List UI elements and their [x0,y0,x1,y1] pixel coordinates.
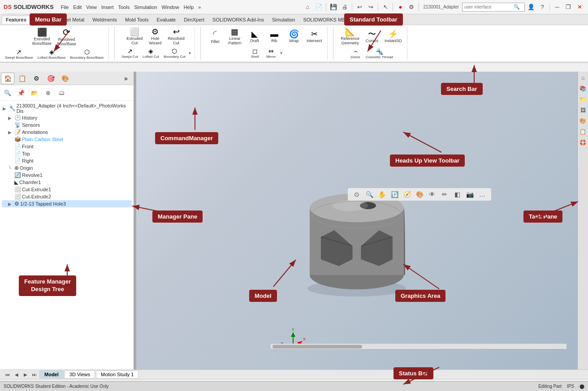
tp-view-palette[interactable]: 🖼 [579,106,588,115]
features-more[interactable]: ▾ [280,51,282,56]
tab-evaluate[interactable]: Evaluate [153,16,179,23]
print-btn[interactable]: 🖨 [340,2,350,12]
tab-3d-views[interactable]: 3D Views [65,370,95,378]
menu-help[interactable]: Help [184,4,194,10]
ft-top[interactable]: 📄 Top [2,150,132,157]
tp-solidworks-resources[interactable]: ⌂ [579,73,588,82]
intersect-btn[interactable]: ✂ Intersect [305,29,324,44]
tab-model[interactable]: Model [39,370,64,378]
rib-btn[interactable]: ▬ Rib [265,29,283,44]
hole-wizard-btn[interactable]: ⚙ HoleWizard [146,27,164,46]
linear-pattern-btn[interactable]: ▦ LinearPattern [226,27,244,46]
tab-mold-tools[interactable]: Mold Tools [121,16,152,23]
swept-cut-btn[interactable]: ↗ Swept Cut [120,47,139,59]
ft-material[interactable]: 📦 Plain Carbon Steel [2,136,132,143]
curves-btn[interactable]: 〜 Curves [363,29,381,44]
ft-cut-extrude1[interactable]: ⬜ Cut-Extrude1 [2,186,132,193]
hu-rotate[interactable]: 🔃 [389,189,400,200]
hu-zoom-in[interactable]: 🔍 [364,189,375,200]
instant3d-btn[interactable]: ⚡ Instant3D [383,29,404,44]
lofted-cut-btn[interactable]: ◈ Lofted Cut [141,47,160,59]
cut-more[interactable]: ▾ [189,51,191,56]
hu-camera[interactable]: 📷 [464,189,475,200]
redo-btn[interactable]: ↪ [366,2,376,12]
extruded-cut-btn[interactable]: ⬜ ExtrudedCut [125,27,144,46]
hu-section[interactable]: ◧ [452,189,463,200]
dome-btn[interactable]: ⌢ Dome [348,47,363,60]
ft-chamfer1[interactable]: ◣ Chamfer1 [2,179,132,186]
ft-root[interactable]: ▶ 🔧 2130001_Adapter (4 Inch<<Default>_Ph… [2,103,132,114]
ft-sensors[interactable]: 📡 Sensors [2,121,132,129]
bt-nav-next[interactable]: ▶ [22,370,30,378]
graphics-area[interactable]: ⊙ 🔍 ✋ 🔃 🧭 🎨 👁 ✏ ◧ 📷 … [136,72,577,370]
rebuild-btn[interactable]: ● [395,2,405,12]
target-btn[interactable]: ⊕ [42,87,54,99]
hu-pan[interactable]: ✋ [376,189,387,200]
swept-boss-btn[interactable]: ↗ Swept Boss/Base [4,48,35,60]
tp-design-library[interactable]: 📚 [579,84,588,93]
menu-edit[interactable]: Edit [73,4,82,10]
lofted-boss-btn[interactable]: ◈ Lofted Boss/Base [36,48,67,60]
ft-revolve1[interactable]: 🔄 Revolve1 [2,172,132,179]
hu-display-style[interactable]: 🎨 [414,189,425,200]
reference-geometry-btn[interactable]: 📐 ReferenceGeometry [339,27,361,46]
draft-btn[interactable]: ◣ Draft [246,29,264,44]
tab-sketch[interactable]: Sketch [31,16,54,23]
ft-annotations[interactable]: ▶ 📝 Annotations [2,129,132,136]
ft-history[interactable]: ▶ 🕐 History [2,114,132,121]
ft-front[interactable]: 📄 Front [2,143,132,150]
mgr-expand-btn[interactable]: » [119,73,133,84]
menu-insert[interactable]: Insert [101,4,114,10]
close-btn[interactable]: ✕ [575,2,584,12]
hu-edit[interactable]: ✏ [439,189,450,200]
tab-weldments[interactable]: Weldments [89,16,121,23]
select-btn[interactable]: ↖ [380,2,390,12]
menu-tools[interactable]: Tools [118,4,130,10]
ft-cut-extrude2[interactable]: ⬜ Cut-Extrude2 [2,193,132,200]
hu-zoom-fit[interactable]: ⊙ [351,189,362,200]
boundary-boss-btn[interactable]: ⬡ Boundary Boss/Base [69,48,105,60]
tab-dimxpert[interactable]: DimXpert [180,16,208,23]
hu-more[interactable]: … [477,189,488,200]
search-box[interactable]: 🔍 [462,3,525,12]
bt-nav-prev[interactable]: ◀ [13,370,21,378]
tab-motion-study[interactable]: Motion Study 1 [96,370,138,378]
tp-document-recovery[interactable]: 🛟 [579,138,588,147]
extruded-boss-btn[interactable]: ⬛ ExtrudedBoss/Base [30,27,53,47]
tab-analysis[interactable]: Analysis Preparation [353,16,406,23]
mirror-btn[interactable]: ⇔ Mirror [264,47,278,59]
revolved-cut-btn[interactable]: ↩ RevolvedCut [166,27,186,46]
undo-btn[interactable]: ↩ [355,2,364,12]
menu-window[interactable]: Window [162,4,179,10]
filter-btn[interactable]: 🔍 [2,87,13,99]
user-btn[interactable]: 👤 [526,2,536,12]
wrap-btn[interactable]: 🌀 Wrap [285,29,303,44]
mgr-tab-config[interactable]: ⚙ [30,73,43,84]
help-btn[interactable]: ? [537,2,547,12]
mgr-tab-dimxpert[interactable]: 🎯 [44,73,57,84]
minimize-btn[interactable]: ─ [552,2,562,12]
ft-right[interactable]: 📄 Right [2,157,132,164]
menu-file[interactable]: File [61,4,69,10]
shell-btn[interactable]: ◻ Shell [248,47,262,59]
cosmetic-thread-btn[interactable]: 🔩 Cosmetic Thread [364,47,394,60]
revolved-boss-btn[interactable]: ⟳ RevolvedBoss/Base [55,27,78,47]
mgr-tab-display[interactable]: 🎨 [58,73,72,84]
ft-tapped-hole[interactable]: ▶ ⚙ 1/2-13 Tapped Hole3 [2,200,132,207]
tab-sheet-metal[interactable]: Sheet Metal [55,16,88,23]
ft-origin[interactable]: └ ⊕ Origin [2,164,132,172]
scrollbar-thumb[interactable] [272,345,362,348]
tab-addins[interactable]: SOLIDWORKS Add-Ins [209,16,268,23]
tab-mbd[interactable]: SOLIDWORKS MBD [299,16,352,23]
tab-simulation[interactable]: Simulation [268,16,298,23]
menu-simulation[interactable]: Simulation [134,4,157,10]
scroll-to-btn[interactable]: 📌 [15,87,27,99]
mgr-tab-feature-tree[interactable]: 🏠 [1,73,14,84]
bt-nav-last[interactable]: ⏭ [30,370,39,378]
home-btn[interactable]: ⌂ [303,2,312,12]
mgr-tab-property[interactable]: 📋 [15,73,29,84]
display-pane-btn[interactable]: 🗂 [56,87,67,99]
collapse-btn[interactable]: 📂 [29,87,40,99]
new-btn[interactable]: 📄 [314,2,324,12]
boundary-cut-btn[interactable]: ⬡ Boundary Cut [162,47,187,59]
